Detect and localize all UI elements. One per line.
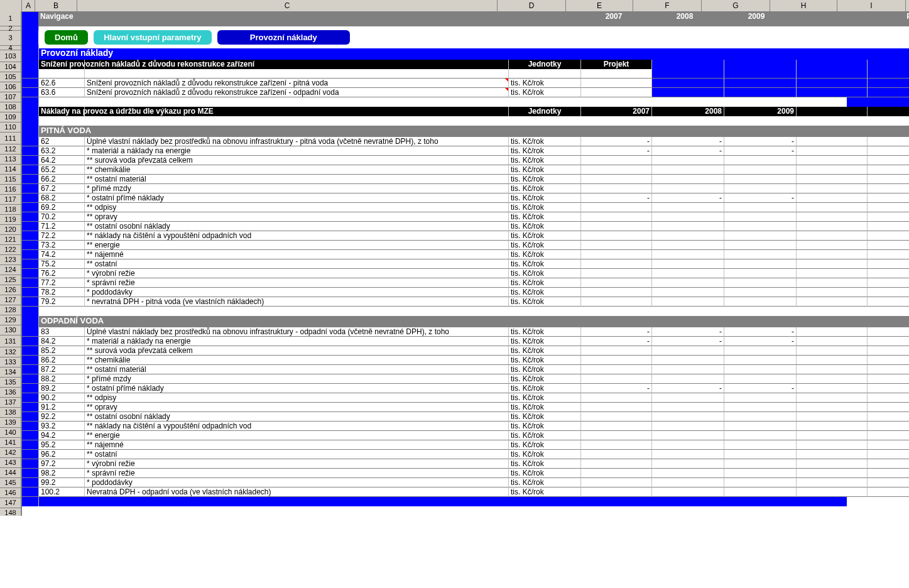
row-val-2007[interactable]: - [581,193,652,203]
row-label[interactable]: ** surová voda převzatá celkem [85,346,509,356]
row-label[interactable]: Snížení provozních nákladů z důvodu reko… [85,88,509,97]
row-number[interactable]: 83 [39,327,85,337]
nav-projekt[interactable]: Projekt [863,12,909,26]
row-val-2007[interactable] [581,269,652,278]
row-number[interactable]: 63.2 [39,146,85,156]
row-unit[interactable]: tis. Kč/rok [509,403,581,412]
row-unit[interactable]: tis. Kč/rok [509,231,581,241]
row-unit[interactable]: tis. Kč/rok [509,269,581,278]
row-number[interactable]: 100.2 [39,487,85,497]
row-val-2010[interactable] [868,212,909,222]
row-val-2009[interactable] [724,403,797,412]
row-header-109[interactable]: 109 [0,112,21,122]
row-header-142[interactable]: 142 [0,448,21,458]
row-header-141[interactable]: 141 [0,438,21,448]
row-val-2010[interactable] [868,184,909,193]
row-val-2009[interactable] [724,346,797,356]
row-val-2007[interactable] [581,222,652,231]
row-unit[interactable]: tis. Kč/rok [509,393,581,403]
row-val-2008[interactable] [652,459,724,469]
row-unit[interactable]: tis. Kč/rok [509,88,581,97]
row-val-2007[interactable] [581,431,652,440]
row-label[interactable]: * ostatní přímé náklady [85,193,509,203]
row-label[interactable]: ** chemikálie [85,165,509,175]
row-val-2010[interactable] [868,297,909,307]
row-number[interactable]: 67.2 [39,184,85,193]
row-val-2007[interactable] [581,365,652,374]
row-val-2007[interactable]: - [581,337,652,346]
row-val-2007[interactable] [581,412,652,422]
row-val-2008[interactable] [652,250,724,259]
row-unit[interactable]: tis. Kč/rok [509,356,581,365]
row-number[interactable]: 63.6 [39,88,85,97]
row-unit[interactable]: tis. Kč/rok [509,156,581,165]
row-number[interactable]: 85.2 [39,346,85,356]
row-val-2008[interactable] [652,269,724,278]
row-val-2010[interactable]: - [868,327,909,337]
row-val-2010[interactable]: - [868,137,909,146]
row-val-2010[interactable] [868,269,909,278]
row-val-2008[interactable]: - [652,146,724,156]
row-number[interactable]: 88.2 [39,374,85,384]
row-val-2009[interactable]: - [724,137,797,146]
row-val-2008[interactable]: - [652,384,724,393]
row-val-2008[interactable] [652,222,724,231]
row-header-137[interactable]: 137 [0,398,21,408]
row-unit[interactable]: tis. Kč/rok [509,212,581,222]
row-val-2010[interactable] [868,278,909,288]
col-header-H[interactable]: H [770,0,837,11]
row-val-2010[interactable] [868,156,909,165]
row-val-2008[interactable] [652,412,724,422]
row-val-2008[interactable] [652,478,724,487]
row-header-113[interactable]: 113 [0,155,21,165]
row-label[interactable]: ** surová voda převzatá celkem [85,156,509,165]
row-label[interactable]: * správní režie [85,469,509,478]
row-val-2010[interactable] [868,231,909,241]
row-val-2010[interactable]: - [868,193,909,203]
row-val-2010[interactable] [868,412,909,422]
row-val-2008[interactable] [652,487,724,497]
row-header-132[interactable]: 132 [0,347,21,357]
row-unit[interactable]: tis. Kč/rok [509,431,581,440]
row-val-2007[interactable] [581,212,652,222]
row-val-2008[interactable] [652,288,724,297]
row-label[interactable]: * materiál a náklady na energie [85,337,509,346]
row-val-2007[interactable] [581,374,652,384]
row-val-2010[interactable] [868,450,909,459]
row-header-104[interactable]: 104 [0,62,21,72]
row-val-2007[interactable] [581,156,652,165]
nav-year-2009[interactable]: 2009 [721,12,792,26]
row-number[interactable]: 87.2 [39,365,85,374]
row-val-2007[interactable] [581,175,652,184]
row-val-2009[interactable] [724,250,797,259]
row-val-2008[interactable] [652,365,724,374]
row-val-2009[interactable] [724,487,797,497]
row-number[interactable]: 75.2 [39,259,85,269]
nav-year-2007[interactable]: 2007 [579,12,649,26]
row-val-2008[interactable] [652,203,724,212]
row-label[interactable]: ** opravy [85,212,509,222]
row-header-111[interactable]: 111 [0,133,21,144]
select-all-corner[interactable] [0,0,22,11]
row-number[interactable]: 94.2 [39,431,85,440]
row-number[interactable]: 96.2 [39,450,85,459]
row-unit[interactable]: tis. Kč/rok [509,478,581,487]
row-number[interactable]: 65.2 [39,165,85,175]
row-val-2008[interactable] [652,403,724,412]
row-header-108[interactable]: 108 [0,102,21,112]
row-header-140[interactable]: 140 [0,428,21,438]
row-val-2010[interactable]: - [868,337,909,346]
row-value[interactable] [581,79,652,88]
col-header-A[interactable]: A [22,0,35,11]
row-val-2009[interactable] [724,288,797,297]
col-header-E[interactable]: E [566,0,633,11]
row-number[interactable]: 97.2 [39,459,85,469]
row-val-2009[interactable] [724,212,797,222]
row-number[interactable]: 78.2 [39,288,85,297]
row-val-2008[interactable]: - [652,327,724,337]
row-header-117[interactable]: 117 [0,195,21,205]
row-val-2007[interactable] [581,459,652,469]
row-header-119[interactable]: 119 [0,215,21,225]
row-number[interactable]: 71.2 [39,222,85,231]
row-number[interactable]: 79.2 [39,297,85,307]
